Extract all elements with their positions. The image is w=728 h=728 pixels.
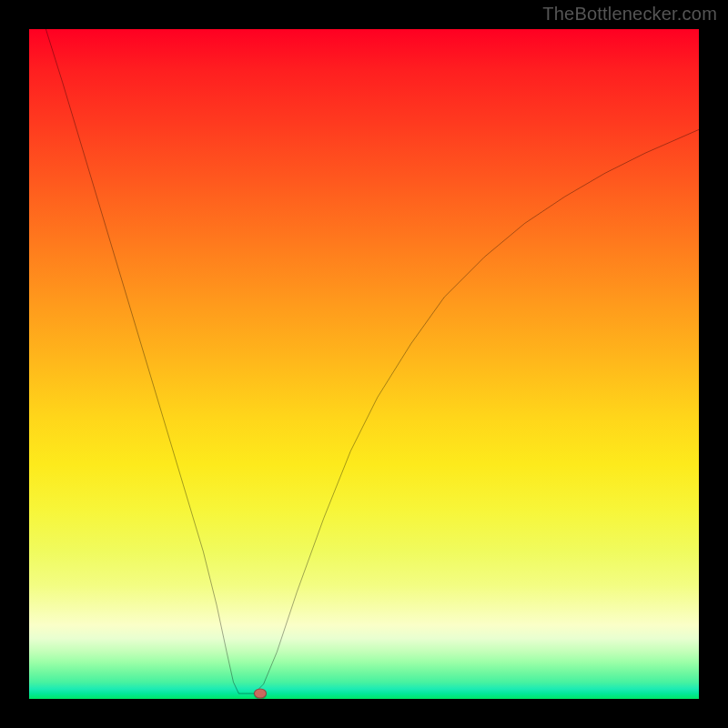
optimal-point-marker <box>254 689 267 699</box>
chart-frame: TheBottlenecker.com <box>0 0 728 728</box>
bottleneck-curve <box>29 29 699 699</box>
curve-path <box>46 29 699 693</box>
plot-area <box>29 29 699 699</box>
watermark-text: TheBottlenecker.com <box>542 4 717 25</box>
